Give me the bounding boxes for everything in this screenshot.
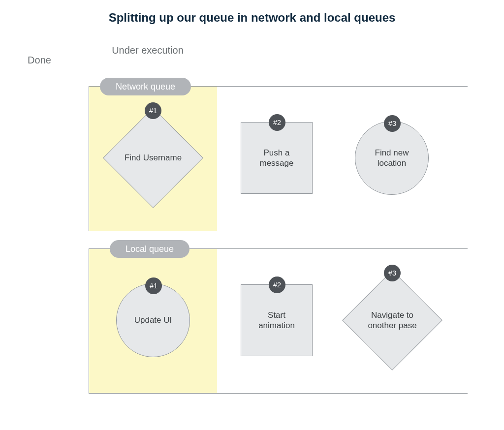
item-label: Push a message (241, 148, 312, 169)
badge-icon: #3 (384, 115, 401, 132)
network-item-3: #3 Find new location (355, 121, 429, 195)
item-label: Update UI (121, 315, 186, 325)
badge-icon: #1 (145, 277, 162, 294)
local-item-1: #1 Update UI (116, 283, 190, 357)
network-item-1: #1 Find Username (104, 109, 202, 207)
badge-icon: #1 (145, 102, 161, 119)
item-label: Find Username (104, 153, 202, 163)
item-label: Start animation (241, 310, 312, 331)
column-label-under: Under execution (94, 44, 202, 57)
network-queue-pill: Network queue (100, 78, 191, 95)
network-lane: Network queue #1 Find Username #2 Push a… (89, 86, 468, 231)
local-item-2: #2 Start animation (241, 284, 313, 356)
local-item-3: #3 Navigate to onother pase (343, 271, 441, 369)
item-label: Find new location (355, 148, 428, 169)
column-label-done: Done (10, 54, 69, 66)
local-lane: Local queue #1 Update UI #2 Start animat… (89, 248, 468, 394)
local-queue-pill: Local queue (110, 240, 189, 258)
badge-icon: #2 (269, 276, 285, 293)
badge-icon: #2 (269, 114, 285, 131)
network-item-2: #2 Push a message (241, 122, 313, 194)
item-label: Navigate to onother pase (343, 310, 441, 331)
diagram-title: Splitting up our queue in network and lo… (0, 11, 504, 25)
badge-icon: #3 (384, 265, 401, 281)
